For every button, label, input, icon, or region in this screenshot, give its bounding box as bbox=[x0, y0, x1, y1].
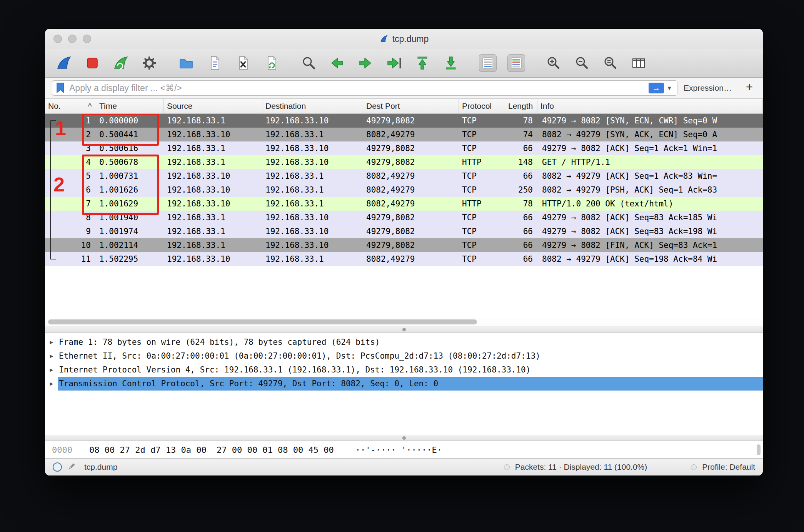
disclosure-triangle-icon[interactable]: ▶ bbox=[45, 335, 58, 349]
packet-destport-cell: 8082,49279 bbox=[363, 252, 459, 266]
minimize-window-button[interactable] bbox=[68, 35, 77, 43]
packet-row[interactable]: 9 1.001974 192.168.33.1 192.168.33.10 49… bbox=[45, 224, 763, 238]
packet-row[interactable]: 1 0.000000 192.168.33.1 192.168.33.10 49… bbox=[45, 114, 763, 128]
packet-row[interactable]: 4 0.500678 192.168.33.1 192.168.33.10 49… bbox=[45, 155, 763, 169]
zoom-original-button[interactable] bbox=[601, 54, 619, 72]
wireshark-window: tcp.dump bbox=[45, 29, 763, 475]
file-group bbox=[177, 54, 280, 72]
column-header[interactable]: Length bbox=[505, 99, 537, 113]
packet-time-cell: 1.502295 bbox=[96, 252, 164, 266]
packet-time-cell: 1.001974 bbox=[96, 224, 164, 238]
zoom-in-button[interactable] bbox=[544, 54, 562, 72]
close-file-button[interactable] bbox=[234, 54, 252, 72]
go-to-last-button[interactable] bbox=[442, 54, 460, 72]
expression-button[interactable]: Expression… bbox=[684, 83, 732, 93]
packet-protocol-cell: HTTP bbox=[459, 197, 505, 211]
packet-destport-cell: 49279,8082 bbox=[363, 238, 459, 252]
disclosure-triangle-icon[interactable]: ▶ bbox=[45, 363, 58, 377]
horizontal-scrollbar[interactable] bbox=[45, 318, 763, 326]
packet-source-cell: 192.168.33.1 bbox=[164, 141, 262, 155]
file-reload-icon bbox=[263, 55, 280, 71]
resize-columns-button[interactable] bbox=[630, 54, 647, 72]
packet-info-cell: 49279 → 8082 [ACK] Seq=1 Ack=1 Win=1 bbox=[537, 141, 763, 155]
main-toolbar bbox=[45, 49, 763, 78]
shark-fin-blue-icon bbox=[55, 55, 72, 71]
horizontal-scrollbar-thumb[interactable] bbox=[48, 319, 477, 324]
hex-scrollbar-thumb[interactable] bbox=[757, 444, 761, 455]
go-to-first-button[interactable] bbox=[414, 54, 431, 72]
packet-number-cell: 6 bbox=[45, 183, 96, 197]
packet-number-cell: 9 bbox=[45, 224, 96, 238]
packet-row[interactable]: 8 1.001940 192.168.33.1 192.168.33.10 49… bbox=[45, 211, 763, 224]
go-forward-button[interactable] bbox=[357, 54, 374, 72]
filter-bar: → ▾ Expression… + bbox=[45, 78, 763, 99]
packet-row[interactable]: 2 0.500441 192.168.33.10 192.168.33.1 80… bbox=[45, 128, 763, 141]
packet-time-cell: 1.001629 bbox=[96, 197, 164, 211]
add-filter-button[interactable]: + bbox=[744, 80, 756, 96]
packet-row[interactable]: 10 1.002114 192.168.33.1 192.168.33.10 4… bbox=[45, 238, 763, 252]
packet-row[interactable]: 6 1.001626 192.168.33.10 192.168.33.1 80… bbox=[45, 183, 763, 197]
column-header[interactable]: No. ^ bbox=[45, 99, 96, 113]
save-file-button[interactable] bbox=[206, 54, 224, 72]
hex-bytes[interactable]: 08 00 27 2d d7 13 0a 00 27 00 00 01 08 0… bbox=[72, 445, 334, 455]
packet-info-cell: 49279 → 8082 [ACK] Seq=83 Ack=198 Wi bbox=[537, 224, 763, 238]
auto-scroll-toggle-button[interactable] bbox=[479, 54, 497, 72]
column-header[interactable]: Time bbox=[96, 99, 164, 113]
column-header[interactable]: Protocol bbox=[459, 99, 505, 113]
detail-row[interactable]: ▶ Ethernet II, Src: 0a:00:27:00:00:01 (0… bbox=[45, 349, 763, 363]
column-header[interactable]: Info bbox=[537, 99, 763, 113]
apply-filter-button[interactable]: → bbox=[649, 83, 664, 93]
display-filter-input[interactable] bbox=[68, 83, 649, 94]
packet-length-cell: 74 bbox=[505, 128, 537, 141]
packet-number-cell: 2 bbox=[45, 128, 96, 141]
packet-rows: 1 0.000000 192.168.33.1 192.168.33.10 49… bbox=[45, 114, 763, 266]
packet-length-cell: 66 bbox=[505, 238, 537, 252]
filter-bookmark-icon[interactable] bbox=[56, 83, 65, 93]
packet-row[interactable]: 7 1.001629 192.168.33.10 192.168.33.1 80… bbox=[45, 197, 763, 211]
packet-number-cell: 1 bbox=[45, 114, 96, 128]
packet-time-cell: 0.500441 bbox=[96, 128, 164, 141]
find-packet-button[interactable] bbox=[300, 54, 317, 72]
colorize-toggle-button[interactable] bbox=[507, 54, 525, 72]
column-header[interactable]: Destination bbox=[262, 99, 363, 113]
column-header[interactable]: Dest Port bbox=[363, 99, 459, 113]
capture-options-button[interactable] bbox=[140, 54, 158, 72]
packet-destport-cell: 8082,49279 bbox=[363, 197, 459, 211]
open-file-button[interactable] bbox=[177, 54, 195, 72]
restart-capture-button[interactable] bbox=[112, 54, 130, 72]
profile-label[interactable]: Profile: Default bbox=[702, 462, 755, 472]
expert-info-icon[interactable] bbox=[53, 462, 62, 472]
pane-splitter-top[interactable] bbox=[45, 326, 763, 333]
packet-time-cell: 1.002114 bbox=[96, 238, 164, 252]
close-window-button[interactable] bbox=[53, 35, 62, 43]
column-header[interactable]: Source bbox=[164, 99, 262, 113]
pane-splitter-bottom[interactable] bbox=[45, 435, 763, 441]
sort-indicator-icon: ^ bbox=[88, 102, 93, 110]
stop-capture-button[interactable] bbox=[83, 54, 101, 72]
display-filter-field[interactable]: → ▾ bbox=[52, 80, 677, 96]
packet-counts: Packets: 11 · Displayed: 11 (100.0%) bbox=[515, 462, 647, 472]
maximize-window-button[interactable] bbox=[83, 35, 91, 43]
detail-row[interactable]: ▶ Transmission Control Protocol, Src Por… bbox=[45, 377, 763, 391]
detail-row[interactable]: ▶ Frame 1: 78 bytes on wire (624 bits), … bbox=[45, 335, 763, 349]
go-back-button[interactable] bbox=[328, 54, 346, 72]
zoom-out-button[interactable] bbox=[573, 54, 590, 72]
go-to-packet-button[interactable] bbox=[385, 54, 403, 72]
capture-comment-icon[interactable] bbox=[67, 462, 77, 473]
disclosure-triangle-icon[interactable]: ▶ bbox=[45, 349, 58, 363]
hex-ascii[interactable]: ··'-···· '·····E· bbox=[334, 445, 442, 455]
packet-row[interactable]: 3 0.500616 192.168.33.1 192.168.33.10 49… bbox=[45, 141, 763, 155]
packet-protocol-cell: TCP bbox=[459, 211, 505, 224]
packet-source-cell: 192.168.33.10 bbox=[164, 183, 262, 197]
column-header-label: Dest Port bbox=[366, 101, 400, 111]
filter-dropdown-caret-icon[interactable]: ▾ bbox=[664, 84, 675, 92]
packet-row[interactable]: 11 1.502295 192.168.33.10 192.168.33.1 8… bbox=[45, 252, 763, 266]
start-capture-button[interactable] bbox=[55, 54, 73, 72]
reload-file-button[interactable] bbox=[263, 54, 280, 72]
detail-row[interactable]: ▶ Internet Protocol Version 4, Src: 192.… bbox=[45, 363, 763, 377]
packet-row[interactable]: 5 1.000731 192.168.33.10 192.168.33.1 80… bbox=[45, 169, 763, 183]
packet-protocol-cell: HTTP bbox=[459, 155, 505, 169]
disclosure-triangle-icon[interactable]: ▶ bbox=[45, 377, 58, 391]
packet-length-cell: 66 bbox=[505, 211, 537, 224]
arrow-bottom-icon bbox=[442, 55, 459, 71]
